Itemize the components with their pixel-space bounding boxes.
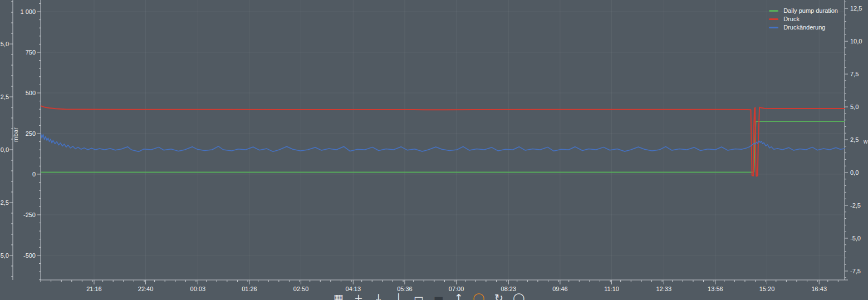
legend-item-druckaenderung[interactable]: Druckänderung [769,24,838,31]
right-axis-title-cut: w [864,139,867,145]
series-line-daily-pump-duration [41,121,845,173]
x-tick-label: 16:43 [811,286,827,292]
axis-tick-label: 250 [26,130,36,137]
inner-left-axis: 1 0007505002500-250-500 [20,0,41,280]
axis-tick-label: 12,5 [850,5,862,12]
legend-item-daily-pump-duration[interactable]: Daily pump duration [769,8,838,14]
axis-tick-label: 0,0 [850,169,859,176]
legend-label: Daily pump duration [783,8,838,14]
chart-canvas[interactable]: 5,02,50,0-2,5-5,01 0007505002500-250-500… [0,0,868,300]
x-tick-label: 12:33 [656,286,672,292]
charting-app: { "chart_data": { "type": "line", "title… [0,0,868,300]
x-tick-label: 09:46 [552,286,568,292]
axis-tick-label: -2,5 [850,202,861,209]
axis-tick-label: 750 [26,49,36,56]
pressure-chart[interactable]: 5,02,50,0-2,5-5,01 0007505002500-250-500… [0,0,868,300]
legend-swatch-blue [769,27,778,28]
upload-icon[interactable]: ↑ [453,292,465,300]
axis-tick-label: -500 [23,252,36,259]
axis-tick-label: -5,0 [0,252,9,259]
series-line-druck-nderung [41,133,845,152]
axis-tick-label: 5,0 [850,104,859,110]
series-lines [41,106,845,176]
record-icon[interactable]: ◯ [473,292,485,300]
snapshot-icon[interactable]: ▭ [413,292,425,300]
x-tick-label: 01:26 [242,286,257,292]
axis-tick-label: 2,5 [1,94,9,100]
legend-label: Druckänderung [783,24,825,31]
axis-tick-label: 10,0 [850,38,862,45]
right-axis: 12,510,07,55,02,50,0-2,5-5,0-7,5 [845,0,862,280]
axis-tick-label: 2,5 [850,136,859,143]
outer-left-axis: 5,02,50,0-2,5-5,0 [0,0,13,280]
axis-tick-label: 500 [26,90,36,96]
x-tick-label: 13:56 [708,286,723,292]
data-table-icon[interactable]: ▦ [332,292,345,300]
add-annotation-icon[interactable]: + [352,292,365,300]
x-tick-label: 15:20 [759,286,775,292]
axis-tick-label: -5,0 [850,235,861,242]
dark-panel-icon[interactable]: ▬ [433,292,445,300]
axis-tick-label: -2,5 [0,199,9,206]
inner-left-axis-title: mbar [12,127,19,142]
legend-swatch-green [769,10,778,12]
marker-icon[interactable]: | [393,292,405,300]
axis-tick-label: 0 [32,171,36,178]
axis-tick-label: 0,0 [1,146,9,153]
legend-swatch-red [769,18,778,20]
bottom-toolbar: ▦+↓|▭▬↑◯↻◯ [332,292,525,300]
x-tick-label: 00:03 [190,286,206,292]
x-tick-label: 02:50 [293,286,309,292]
gridlines [41,0,845,280]
download-icon[interactable]: ↓ [372,292,385,300]
series-line-druck [41,106,845,176]
legend-label: Druck [783,16,800,22]
x-axis: 21:1622:4000:0301:2602:5004:1305:3607:00… [41,280,848,292]
axis-tick-label: 5,0 [1,41,9,47]
axis-tick-label: 7,5 [850,71,859,77]
axis-tick-label: -7,5 [850,268,861,274]
legend: Daily pump duration Druck Druckänderung [769,8,838,31]
x-tick-label: 22:40 [138,286,154,292]
redo-icon[interactable]: ↻ [493,292,505,300]
axis-tick-label: -250 [23,212,36,218]
legend-item-druck[interactable]: Druck [769,16,838,22]
refresh-icon[interactable]: ◯ [513,292,525,300]
x-tick-label: 11:10 [604,286,619,292]
axis-tick-label: 1 000 [20,8,36,15]
x-tick-label: 21:16 [86,286,102,292]
